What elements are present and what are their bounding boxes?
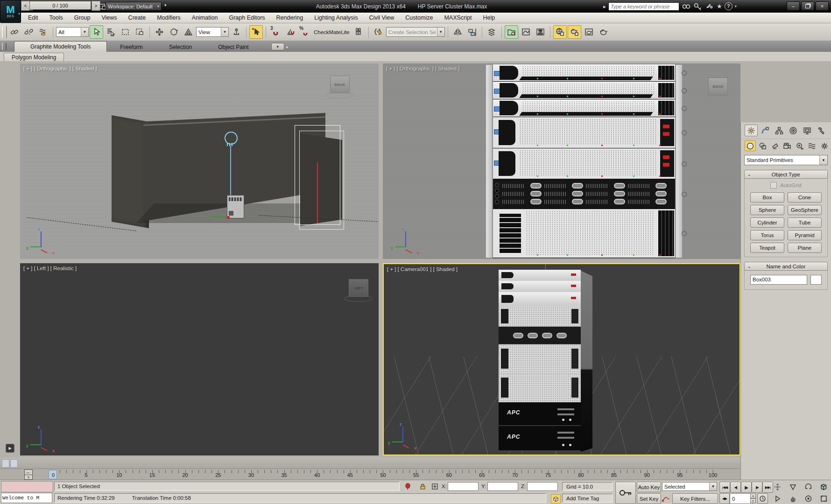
reference-coordinate-dropdown[interactable]: View ▼ — [196, 27, 229, 37]
create-sphere-button[interactable]: Sphere — [750, 205, 784, 215]
track-bar[interactable]: 0510152025303540455055606570758085909510… — [0, 469, 740, 480]
select-and-scale-button[interactable] — [182, 25, 195, 39]
restore-button[interactable] — [801, 1, 814, 11]
create-tab[interactable] — [745, 125, 758, 136]
viewcube-face-label[interactable]: LEFT — [349, 279, 368, 297]
viewport-label[interactable]: [ + ] [ Left ] [ Realistic ] — [23, 266, 77, 271]
set-key-button[interactable]: Set Key — [637, 493, 661, 504]
create-cone-button[interactable]: Cone — [788, 192, 822, 203]
menu-animation[interactable]: Animation — [186, 13, 224, 22]
auto-key-button[interactable]: Auto Key — [637, 482, 661, 492]
workspace-dropdown[interactable]: Workspace: Default ▾ — [106, 2, 162, 11]
maximize-viewport-toggle-button[interactable] — [817, 493, 831, 504]
orbit-arc-rotate-button[interactable] — [801, 482, 815, 492]
subscription-key-icon[interactable] — [693, 2, 703, 11]
object-type-rollout-header[interactable]: - Object Type — [744, 170, 828, 179]
primitive-category-dropdown[interactable]: Standard Primitives ▼ — [744, 155, 828, 165]
space-warps-category-button[interactable] — [806, 140, 817, 151]
key-mode-toggle-button[interactable]: ◀▶ — [719, 493, 730, 504]
viewcube-face-label[interactable]: BACK — [330, 76, 350, 93]
select-and-move-button[interactable] — [153, 25, 166, 39]
viewcube[interactable]: LEFT — [345, 279, 373, 302]
ribbon-tab-object-paint[interactable]: Object Paint — [205, 42, 261, 52]
frame-spinner[interactable]: ▲▼ — [750, 493, 756, 503]
select-and-manipulate-button[interactable] — [249, 25, 263, 39]
time-slider-bar[interactable] — [0, 457, 740, 469]
name-and-color-rollout-header[interactable]: - Name and Color — [744, 262, 828, 271]
window-crossing-toggle-button[interactable] — [133, 25, 147, 39]
notification-balloon-icon[interactable] — [403, 482, 412, 490]
help-caret-icon[interactable]: ▾ — [735, 4, 737, 8]
select-and-link-button[interactable] — [7, 25, 21, 39]
viewport-label[interactable]: [ + ] [ Orthographic ] [ Shaded ] — [23, 66, 97, 71]
create-cylinder-button[interactable]: Cylinder — [750, 217, 784, 228]
minimize-button[interactable]: – — [787, 1, 800, 11]
play-button[interactable]: ▶ — [741, 482, 752, 493]
select-and-rotate-button[interactable] — [167, 25, 181, 39]
maxscript-mini-listener-input[interactable] — [1, 481, 53, 492]
viewcube-ring[interactable] — [326, 92, 354, 98]
unlink-selection-button[interactable] — [22, 25, 35, 39]
viewport-camera001[interactable]: [ + ] [ Camera001 ] [ Shaded ] APCAPC zy… — [383, 263, 740, 455]
menu-civil-view[interactable]: Civil View — [363, 13, 400, 22]
named-selection-set-dropdown[interactable]: Create Selection Se ▼ — [386, 27, 445, 37]
object-name-field[interactable]: Box003 — [750, 275, 807, 285]
create-teapot-button[interactable]: Teapot — [750, 243, 784, 253]
default-tangent-icon[interactable] — [662, 495, 670, 502]
search-input[interactable] — [608, 2, 679, 11]
create-geosphere-button[interactable]: GeoSphere — [788, 205, 822, 215]
viewcube-ring[interactable] — [704, 94, 732, 100]
create-tube-button[interactable]: Tube — [788, 217, 822, 228]
favorites-star-icon[interactable]: ★ — [717, 3, 722, 10]
menu-lighting-analysis[interactable]: Lighting Analysis — [309, 13, 363, 22]
go-to-start-button[interactable]: |◀◀ — [719, 482, 730, 493]
ribbon-tab-selection[interactable]: Selection — [156, 42, 205, 52]
ribbon-minimize-dropdown[interactable]: ▼ — [271, 43, 284, 50]
use-pivot-point-center-button[interactable] — [230, 25, 243, 39]
close-button[interactable]: × — [816, 1, 829, 11]
selection-filter-dropdown[interactable]: All ▼ — [56, 27, 89, 37]
create-plane-button[interactable]: Plane — [788, 243, 822, 253]
zoom-extents-button[interactable] — [770, 482, 784, 492]
edit-named-selection-sets-button[interactable] — [372, 25, 385, 39]
percent-snap-toggle-button[interactable]: % — [298, 25, 311, 39]
utilities-tab[interactable] — [815, 125, 828, 136]
viewcube[interactable]: BACK — [704, 77, 732, 100]
infocenter-expand-icon[interactable]: ▸ — [603, 3, 606, 10]
motion-tab[interactable] — [787, 125, 800, 136]
rectangular-selection-region-button[interactable] — [119, 25, 132, 39]
menu-edit[interactable]: Edit — [22, 13, 44, 22]
spinner-snap-toggle-button[interactable] — [352, 25, 366, 39]
display-tab[interactable] — [801, 125, 814, 136]
menu-tools[interactable]: Tools — [44, 13, 69, 22]
autogrid-checkbox[interactable] — [770, 182, 777, 189]
geometry-category-button[interactable] — [745, 140, 756, 151]
viewport-label[interactable]: [ + ] [ Camera001 ] [ Shaded ] — [387, 266, 458, 272]
menu-help[interactable]: Help — [477, 13, 500, 22]
expand-arrow-button[interactable]: ▶ — [6, 444, 14, 453]
absolute-mode-transform-icon[interactable] — [430, 482, 439, 490]
orbit-button[interactable] — [801, 493, 815, 504]
subtab-polygon-modeling[interactable]: Polygon Modeling — [4, 53, 64, 62]
time-configuration-button[interactable] — [757, 493, 768, 504]
next-frame-button[interactable]: |▶ — [752, 482, 762, 493]
menu-views[interactable]: Views — [96, 13, 122, 22]
y-coordinate-field[interactable] — [487, 482, 518, 491]
snaps-toggle-3d-button[interactable]: 3 — [269, 25, 282, 39]
menu-rendering[interactable]: Rendering — [271, 13, 309, 22]
selection-lock-icon[interactable] — [418, 482, 427, 490]
viewcube-ring[interactable] — [345, 295, 373, 302]
systems-category-button[interactable] — [819, 140, 830, 151]
menu-modifiers[interactable]: Modifiers — [151, 13, 186, 22]
material-editor-button[interactable] — [553, 25, 567, 39]
ribbon-tab-graphite-modeling-tools[interactable]: Graphite Modeling Tools — [14, 41, 107, 52]
render-production-button[interactable] — [597, 25, 610, 39]
add-time-tag[interactable]: Add Time Tag — [562, 494, 613, 503]
layer-manager-button[interactable] — [485, 25, 499, 39]
zoom-extents-all-button[interactable] — [817, 482, 831, 492]
walkthrough-button[interactable] — [770, 493, 784, 504]
viewport-orthographic-top[interactable]: [ + ] [ Orthographic ] [ Shaded ] BACK z… — [20, 63, 379, 259]
time-slider-handle[interactable]: 0 / 100 — [29, 1, 91, 10]
pan-view-button[interactable] — [786, 493, 800, 504]
helpers-category-button[interactable] — [794, 140, 805, 151]
